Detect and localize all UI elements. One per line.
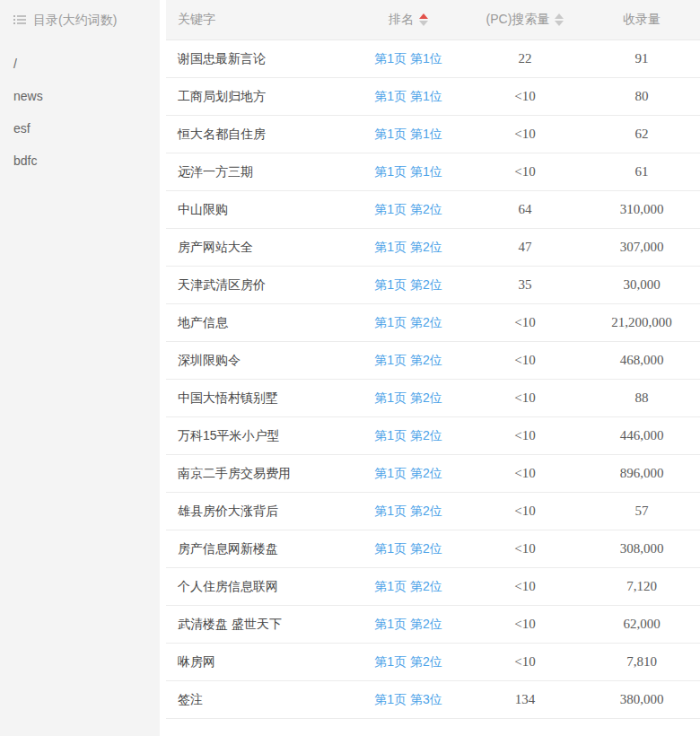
keyword-cell: 工商局划归地方 bbox=[166, 89, 350, 105]
rank-cell: 第1页 第2位 bbox=[350, 202, 467, 218]
sidebar-directory-item[interactable]: esf bbox=[13, 112, 160, 145]
pc-search-cell: <10 bbox=[467, 164, 583, 180]
keyword-cell: 谢国忠最新言论 bbox=[166, 51, 350, 67]
rank-cell: 第1页 第1位 bbox=[350, 164, 467, 180]
sidebar-directory-item[interactable]: news bbox=[13, 80, 160, 112]
indexed-cell: 91 bbox=[583, 51, 700, 66]
rank-link[interactable]: 第1页 第2位 bbox=[374, 277, 442, 292]
indexed-cell: 310,000 bbox=[583, 202, 700, 217]
table-row: 武清楼盘 盛世天下 第1页 第2位 <10 62,000 bbox=[166, 606, 700, 644]
pc-search-cell: <10 bbox=[467, 504, 583, 519]
rank-link[interactable]: 第1页 第2位 bbox=[374, 202, 442, 216]
rank-cell: 第1页 第1位 bbox=[350, 127, 467, 143]
rank-link[interactable]: 第1页 第2位 bbox=[374, 428, 442, 442]
rank-link[interactable]: 第1页 第1位 bbox=[374, 89, 442, 103]
rank-cell: 第1页 第2位 bbox=[350, 240, 467, 256]
keyword-cell: 房产信息网新楼盘 bbox=[166, 541, 350, 557]
pc-search-cell: 35 bbox=[467, 277, 583, 293]
column-header-rank[interactable]: 排名 bbox=[350, 12, 467, 28]
directory-sidebar: 目录(大约词数) / news esf bdfc bbox=[0, 0, 160, 736]
pc-search-cell: <10 bbox=[467, 654, 583, 670]
rank-cell: 第1页 第2位 bbox=[350, 617, 467, 633]
indexed-cell: 380,000 bbox=[583, 692, 700, 707]
column-header-keyword: 关键字 bbox=[166, 12, 350, 28]
column-header-keyword-label: 关键字 bbox=[178, 12, 215, 28]
rank-link[interactable]: 第1页 第2位 bbox=[374, 579, 442, 593]
rank-cell: 第1页 第3位 bbox=[350, 692, 467, 708]
pc-search-cell: <10 bbox=[467, 353, 583, 368]
indexed-cell: 308,000 bbox=[583, 541, 700, 556]
rank-link[interactable]: 第1页 第2位 bbox=[374, 315, 442, 329]
sidebar-directory-item[interactable]: bdfc bbox=[13, 145, 160, 177]
rank-link[interactable]: 第1页 第1位 bbox=[374, 164, 442, 179]
directory-list: / news esf bdfc bbox=[13, 48, 160, 177]
indexed-cell: 468,000 bbox=[583, 353, 700, 368]
rank-link[interactable]: 第1页 第2位 bbox=[374, 654, 442, 669]
rank-link[interactable]: 第1页 第2位 bbox=[374, 504, 442, 518]
keyword-cell: 中山限购 bbox=[166, 202, 350, 218]
keyword-table: 关键字 排名 (PC)搜索量 收录量 谢国忠最新言论 bbox=[166, 0, 700, 736]
column-header-indexed: 收录量 bbox=[583, 12, 700, 28]
table-row: 签注 第1页 第3位 134 380,000 bbox=[166, 681, 700, 719]
keyword-cell: 房产网站大全 bbox=[166, 240, 350, 256]
list-icon bbox=[13, 15, 26, 26]
table-row: 万科15平米小户型 第1页 第2位 <10 446,000 bbox=[166, 417, 700, 455]
column-header-pc-search[interactable]: (PC)搜索量 bbox=[467, 12, 583, 28]
keyword-rank-report: 目录(大约词数) / news esf bdfc 关键字 排名 (PC)搜索量 bbox=[0, 0, 700, 736]
indexed-cell: 57 bbox=[583, 504, 700, 519]
indexed-cell: 62 bbox=[583, 127, 700, 142]
rank-link[interactable]: 第1页 第2位 bbox=[374, 390, 442, 405]
table-row: 工商局划归地方 第1页 第1位 <10 80 bbox=[166, 78, 700, 116]
rank-link[interactable]: 第1页 第2位 bbox=[374, 353, 442, 367]
sort-control-rank[interactable] bbox=[419, 13, 428, 26]
rank-link[interactable]: 第1页 第1位 bbox=[374, 127, 442, 141]
column-header-indexed-label: 收录量 bbox=[623, 12, 661, 28]
pc-search-cell: <10 bbox=[467, 315, 583, 330]
table-row: 咻房网 第1页 第2位 <10 7,810 bbox=[166, 644, 700, 681]
table-row: 远洋一方三期 第1页 第1位 <10 61 bbox=[166, 153, 700, 191]
rank-link[interactable]: 第1页 第2位 bbox=[374, 541, 442, 556]
pc-search-cell: <10 bbox=[467, 541, 583, 556]
directory-header: 目录(大约词数) bbox=[13, 0, 160, 40]
table-row: 房产网站大全 第1页 第2位 47 307,000 bbox=[166, 229, 700, 267]
sort-control-pc-search[interactable] bbox=[555, 13, 564, 26]
table-row: 谢国忠最新言论 第1页 第1位 22 91 bbox=[166, 40, 700, 78]
indexed-cell: 30,000 bbox=[583, 277, 700, 293]
table-row: 房产信息网新楼盘 第1页 第2位 <10 308,000 bbox=[166, 530, 700, 568]
rank-link[interactable]: 第1页 第2位 bbox=[374, 466, 442, 480]
rank-cell: 第1页 第2位 bbox=[350, 315, 467, 331]
table-row: 中国大悟村镇别墅 第1页 第2位 <10 88 bbox=[166, 380, 700, 417]
sort-desc-icon bbox=[419, 21, 428, 26]
rank-link[interactable]: 第1页 第2位 bbox=[374, 240, 442, 254]
rank-cell: 第1页 第2位 bbox=[350, 466, 467, 482]
rank-cell: 第1页 第2位 bbox=[350, 654, 467, 670]
keyword-cell: 地产信息 bbox=[166, 315, 350, 331]
rank-link[interactable]: 第1页 第1位 bbox=[374, 51, 442, 66]
table-row: 天津武清区房价 第1页 第2位 35 30,000 bbox=[166, 267, 700, 304]
rank-cell: 第1页 第2位 bbox=[350, 277, 467, 294]
sidebar-directory-item[interactable]: / bbox=[13, 48, 160, 80]
indexed-cell: 7,120 bbox=[583, 579, 700, 594]
rank-cell: 第1页 第2位 bbox=[350, 390, 467, 407]
table-row: 南京二手房交易费用 第1页 第2位 <10 896,000 bbox=[166, 455, 700, 493]
indexed-cell: 307,000 bbox=[583, 240, 700, 255]
column-header-rank-label: 排名 bbox=[389, 12, 414, 28]
rank-link[interactable]: 第1页 第2位 bbox=[374, 617, 442, 631]
pc-search-cell: 64 bbox=[467, 202, 583, 217]
sidebar-table-gutter bbox=[160, 0, 166, 736]
keyword-cell: 深圳限购令 bbox=[166, 353, 350, 369]
pc-search-cell: <10 bbox=[467, 579, 583, 594]
rank-cell: 第1页 第2位 bbox=[350, 579, 467, 595]
keyword-cell: 恒大名都自住房 bbox=[166, 127, 350, 143]
indexed-cell: 61 bbox=[583, 164, 700, 180]
indexed-cell: 62,000 bbox=[583, 617, 700, 632]
table-row: 雄县房价大涨背后 第1页 第2位 <10 57 bbox=[166, 493, 700, 530]
directory-title: 目录(大约词数) bbox=[33, 13, 117, 29]
keyword-cell: 个人住房信息联网 bbox=[166, 579, 350, 595]
indexed-cell: 80 bbox=[583, 89, 700, 104]
pc-search-cell: <10 bbox=[467, 466, 583, 481]
keyword-cell: 武清楼盘 盛世天下 bbox=[166, 617, 350, 633]
table-row: 个人住房信息联网 第1页 第2位 <10 7,120 bbox=[166, 568, 700, 606]
rank-link[interactable]: 第1页 第3位 bbox=[374, 692, 442, 706]
rank-cell: 第1页 第2位 bbox=[350, 353, 467, 369]
